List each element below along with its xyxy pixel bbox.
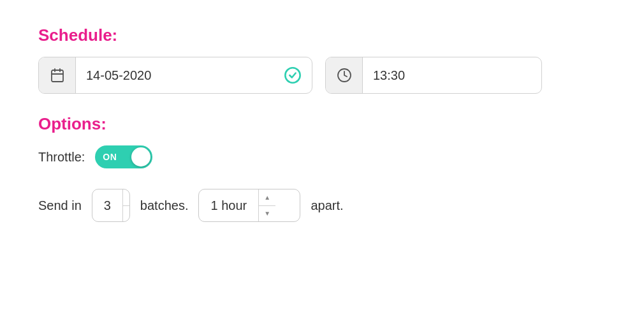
hour-spinner[interactable]: 1 hour ▲ ▼ [198,189,300,222]
time-input[interactable] [363,68,542,83]
send-in-label: Send in [38,198,82,213]
send-in-row: Send in 3 ▲ ▼ batches. 1 hour ▲ ▼ apart. [38,189,606,222]
hour-down-arrow[interactable]: ▼ [259,206,275,222]
schedule-row [38,57,606,94]
batches-up-arrow[interactable]: ▲ [123,189,130,206]
schedule-section: Schedule: [38,26,606,94]
calendar-icon [50,68,65,83]
toggle-track: ON [95,145,152,168]
batches-down-arrow[interactable]: ▼ [123,206,130,222]
batches-label: batches. [140,198,189,213]
throttle-toggle[interactable]: ON [95,145,152,168]
page-content: Schedule: [38,26,606,222]
toggle-on-text: ON [103,152,117,162]
hour-value: 1 hour [199,198,258,213]
time-input-box [325,57,542,94]
svg-point-4 [285,68,300,82]
options-section: Options: Throttle: ON Send in 3 ▲ ▼ [38,114,606,222]
toggle-knob [131,147,150,166]
options-title: Options: [38,114,606,134]
clock-icon [337,68,352,83]
batches-value: 3 [92,198,122,213]
batches-spinner[interactable]: 3 ▲ ▼ [92,189,130,222]
throttle-row: Throttle: ON [38,145,606,168]
apart-label: apart. [311,198,343,213]
date-check-icon [274,66,312,84]
calendar-icon-area [39,57,76,93]
hour-up-arrow[interactable]: ▲ [259,189,275,206]
svg-rect-0 [52,70,63,82]
clock-icon-area [326,57,363,93]
batches-arrows: ▲ ▼ [122,189,130,221]
throttle-label: Throttle: [38,150,85,165]
hour-arrows: ▲ ▼ [258,189,275,221]
date-input-box [38,57,312,94]
date-input[interactable] [76,68,274,83]
schedule-title: Schedule: [38,26,606,45]
